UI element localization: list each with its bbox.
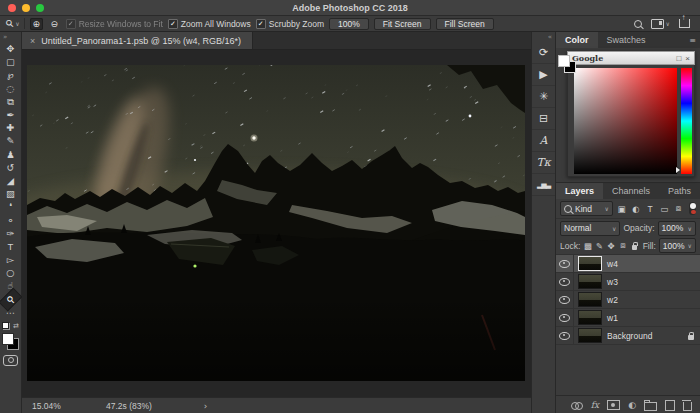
filter-type-layers-icon[interactable]: T [644,202,655,215]
zoom-out-button[interactable]: ⊖ [48,18,61,30]
visibility-toggle[interactable] [556,291,574,308]
tab-swatches[interactable]: Swatches [598,32,655,48]
blend-mode-select[interactable]: Normal ∨ [560,221,620,236]
eyedropper-tool[interactable]: ✒ [0,108,21,121]
dodge-tool[interactable]: ⚬ [0,213,21,226]
zoom-all-windows-checkbox[interactable]: ✓ Zoom All Windows [168,19,251,29]
layer-name[interactable]: w2 [607,295,700,305]
pen-tool[interactable]: ✑ [0,227,21,240]
lasso-tool[interactable]: ℘ [0,68,21,81]
layer-filter-kind-select[interactable]: Kind ∨ [560,201,613,216]
layer-name[interactable]: w4 [607,259,700,269]
zoom-100-button[interactable]: 100% [329,18,369,30]
spot-healing-brush-tool[interactable]: ✚ [0,121,21,134]
canvas[interactable] [27,65,525,381]
fill-select[interactable]: 100% ∨ [659,238,696,253]
new-adjustment-layer-icon[interactable]: ◐ [628,400,636,410]
link-layers-icon[interactable] [571,402,583,409]
rectangular-marquee-tool[interactable]: ▢ [0,55,21,68]
layer-name[interactable]: w1 [607,313,700,323]
zoom-in-button[interactable]: ⊕ [30,18,43,30]
tk-actions-panel-icon[interactable]: Tᴋ [532,152,555,174]
layer-thumbnail[interactable] [578,328,602,343]
layer-style-icon[interactable]: fx [591,400,599,410]
filter-adjustment-layers-icon[interactable]: ◐ [630,202,641,215]
move-tool[interactable]: ✥ [0,42,21,55]
actions-panel-icon[interactable]: ▶ [532,64,555,86]
layer-thumbnail[interactable] [578,310,602,325]
fill-screen-button[interactable]: Fill Screen [436,18,494,30]
layer-thumbnail[interactable] [578,274,602,289]
libraries-panel-icon[interactable]: ⊟ [532,108,555,130]
layer-row-w1[interactable]: w1 [556,309,700,327]
workspace-switcher[interactable]: ∨ [651,19,670,29]
ellipse-tool[interactable]: ○ [0,266,21,279]
character-panel-icon[interactable]: A [532,130,555,152]
close-tab-icon[interactable]: × [30,36,35,46]
layer-name[interactable]: w3 [607,277,700,287]
crop-tool[interactable]: ⧉ [0,95,21,108]
blur-tool[interactable]: ❛ [0,200,21,213]
layer-row-w4[interactable]: w4 [556,255,700,273]
fit-screen-button[interactable]: Fit Screen [374,18,431,30]
tab-channels[interactable]: Channels [603,183,659,199]
visibility-toggle[interactable] [556,327,574,344]
zoom-window-button[interactable] [36,4,44,12]
close-window-button[interactable] [8,4,16,12]
layer-name[interactable]: Background [607,331,686,341]
search-icon[interactable] [634,20,642,28]
visibility-toggle[interactable] [556,255,574,272]
layer-filter-toggle[interactable] [689,202,696,215]
lock-artboard-icon[interactable]: ⧈ [619,240,628,251]
tab-layers[interactable]: Layers [556,183,603,199]
tab-color[interactable]: Color [556,32,598,48]
quick-mask-button[interactable] [3,355,18,366]
scrubby-zoom-checkbox[interactable]: ✓ Scrubby Zoom [256,19,324,29]
histogram-panel-icon[interactable]: ▂▅▃ [532,174,555,196]
zoom-level-field[interactable]: 15.04% [32,401,78,411]
visibility-toggle[interactable] [556,273,574,290]
hue-slider[interactable] [681,68,692,174]
status-expand-icon[interactable]: › [204,401,208,411]
layer-thumbnail[interactable] [578,256,602,271]
dock-collapse-icon[interactable]: « [548,33,555,42]
overlay-close-icon[interactable]: × [685,54,690,63]
foreground-color-swatch[interactable] [2,333,14,345]
layer-row-w2[interactable]: w2 [556,291,700,309]
minimize-window-button[interactable] [22,4,30,12]
default-colors-icon[interactable] [2,322,10,330]
filter-smart-objects-icon[interactable]: ⧈ [673,202,684,215]
foreground-color-swatch[interactable] [558,55,570,67]
history-brush-tool[interactable]: ↺ [0,161,21,174]
color-saturation-brightness-field[interactable] [574,68,677,174]
toolbar-expand-icon[interactable]: » [0,33,7,42]
google-overlay-window[interactable]: Google □ × [567,51,695,177]
lock-image-pixels-icon[interactable]: ✎ [595,241,604,251]
foreground-background-swatches[interactable] [2,333,19,350]
filter-pixel-layers-icon[interactable]: ▣ [616,202,627,215]
new-group-icon[interactable] [644,402,657,411]
hue-slider-marker[interactable] [676,167,680,173]
delete-layer-icon[interactable] [683,402,692,411]
layer-thumbnail[interactable] [578,292,602,307]
resize-windows-to-fit-checkbox[interactable]: ✓ Resize Windows to Fit [66,19,163,29]
lock-position-icon[interactable]: ✥ [607,241,616,251]
gradient-tool[interactable]: ▨ [0,187,21,200]
lock-all-icon[interactable] [632,245,636,250]
share-icon[interactable] [679,19,690,28]
path-selection-tool[interactable]: ▻ [0,253,21,266]
lock-transparent-pixels-icon[interactable]: ▩ [583,241,592,251]
opacity-select[interactable]: 100% ∨ [658,221,696,236]
visibility-toggle[interactable] [556,309,574,326]
tool-preset[interactable]: ⚲ ∨ [6,18,25,29]
clone-stamp-tool[interactable]: ♟ [0,148,21,161]
type-tool[interactable]: T [0,240,21,253]
layer-row-background[interactable]: Background [556,327,700,345]
document-tab[interactable]: × Untitled_Panorama1-1.psb @ 15% (w4, RG… [22,32,253,49]
layer-row-w3[interactable]: w3 [556,273,700,291]
swap-colors-icon[interactable]: ⇄ [13,322,19,330]
add-layer-mask-icon[interactable] [607,400,620,410]
tab-paths[interactable]: Paths [659,183,700,199]
eraser-tool[interactable]: ◢ [0,174,21,187]
adjustments-panel-icon[interactable]: ✳ [532,86,555,108]
